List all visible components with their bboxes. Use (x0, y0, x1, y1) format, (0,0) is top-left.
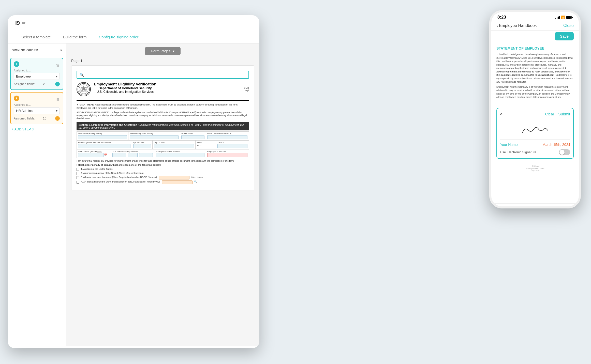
apt-input[interactable] (133, 144, 151, 148)
step-2-role-select[interactable]: HR Admins ▾ (14, 107, 60, 114)
form-title-wrapper: U.S. DEPT OF HOMELAND SECURITY Employmen… (77, 82, 249, 97)
step-2-fields-row: Assigned fields: 10 (14, 116, 60, 121)
main-content: Form Pages ▾ Page 1 🔍 (66, 43, 259, 346)
middle-initial-input[interactable] (181, 135, 204, 139)
e-sig-row: Use Electronic Signature (500, 149, 570, 155)
back-chevron-icon: ‹ (496, 23, 498, 28)
tab-build-form[interactable]: Build the form (57, 31, 93, 43)
city-input[interactable] (154, 144, 194, 148)
checkbox-4-box[interactable] (77, 181, 79, 184)
tablet: I9 ✏ Select a template Build the form Co… (8, 15, 259, 348)
dropdown-icon: ▾ (173, 49, 174, 53)
form-area: 🔍 U.S. DEPT OF HOMELAND S (71, 65, 254, 190)
address-input[interactable] (78, 144, 130, 148)
omb-info: OMB Expi (244, 87, 249, 92)
form-table-address: Address (Street Number and Name) Apt. Nu… (77, 140, 249, 149)
last-name-input[interactable] (78, 135, 127, 139)
apt-cell: Apt. Number (132, 140, 152, 149)
phone-body: STATEMENT OF EMPLOYEE This will acknowle… (491, 42, 579, 203)
step-1-assigned-label: Assigned to... (14, 69, 60, 72)
step-1-role-select[interactable]: Employee ▾ (14, 73, 60, 80)
checkbox-3: 3. A lawful permanent resident (Alien Re… (77, 176, 249, 179)
form-main-title: Employment Eligibility Verification (94, 82, 156, 86)
step-badge-2: 2 (14, 96, 19, 101)
svg-text:SECURITY: SECURITY (80, 90, 87, 92)
battery-icon (566, 16, 573, 19)
phone-time: 8:23 (497, 15, 506, 20)
step-1-dot (55, 82, 60, 86)
delete-step-2-icon[interactable]: 🗑 (56, 97, 60, 102)
checkbox-2-box[interactable] (77, 172, 79, 175)
edit-icon[interactable]: ✏ (22, 20, 26, 26)
dob-input-wrapper: 📅 (78, 153, 110, 157)
form-pages-button[interactable]: Form Pages ▾ (145, 47, 180, 55)
expiration-date-input[interactable] (162, 180, 193, 184)
refresh-button[interactable]: ↺ (530, 207, 540, 208)
other-last-input[interactable] (207, 135, 247, 139)
form-table-names: Last Name (Family Name) First Name (Give… (77, 131, 249, 140)
ssn-part3[interactable] (139, 153, 153, 157)
phone-input[interactable] (207, 153, 247, 157)
signature-close-icon[interactable]: × (500, 111, 503, 117)
alien-number-input[interactable] (159, 176, 189, 179)
email-input[interactable] (156, 153, 204, 157)
step-2-field-count: 10 (43, 117, 46, 120)
first-name-input[interactable] (130, 135, 179, 139)
last-name-cell: Last Name (Family Name) (77, 131, 128, 140)
tab-select-template[interactable]: Select a template (15, 31, 57, 43)
document-title: I9 (15, 20, 20, 26)
zoom-in-button[interactable]: + (505, 207, 514, 208)
collapse-icon[interactable]: ▾ (60, 49, 62, 52)
wifi-icon: 📶 (561, 16, 565, 19)
form-search-bar[interactable]: 🔍 (77, 71, 249, 79)
zip-input[interactable] (217, 144, 247, 148)
state-select-wrapper[interactable]: AK ▾ (197, 144, 215, 147)
statement-para2: Employment with the Company is at-will w… (496, 85, 574, 99)
save-button[interactable]: Save (555, 32, 574, 40)
statement-section: STATEMENT OF EMPLOYEE This will acknowle… (491, 42, 579, 105)
sig-clear-button[interactable]: Clear (545, 112, 554, 116)
ssn-input-wrapper: : : (112, 153, 153, 157)
step-2-assigned-label: Assigned to... (14, 103, 60, 106)
ssn-part2[interactable] (128, 153, 137, 157)
checkbox-1: 1. A citizen of the United States (77, 168, 249, 171)
alien-num-label: Alien Numb (191, 176, 203, 178)
checkbox-3-box[interactable] (77, 176, 79, 179)
ssn-part1[interactable] (112, 153, 126, 157)
calendar-icon[interactable]: 📅 (104, 154, 107, 156)
other-last-cell: Other Last Names Used (if (206, 131, 249, 140)
form-title-block: Employment Eligibility Verification Depa… (94, 82, 156, 94)
tablet-title: I9 ✏ (15, 20, 26, 26)
statement-title: STATEMENT OF EMPLOYEE (496, 46, 574, 50)
step-card-1: 1 🗑 Assigned to... Employee ▾ Assigned f… (10, 58, 63, 90)
form-table-dob: Date of Birth (mm/dd/yyyy) 📅 U.S. Social… (77, 149, 249, 158)
sig-area[interactable] (500, 119, 570, 140)
delete-step-1-icon[interactable]: 🗑 (56, 63, 60, 67)
chevron-down-icon: ▾ (56, 75, 57, 78)
toggle-knob (559, 150, 565, 155)
dob-cell: Date of Birth (mm/dd/yyyy) 📅 (77, 149, 111, 158)
city-cell: City or Town (152, 140, 195, 149)
close-button[interactable]: Close (563, 23, 574, 28)
signing-order-header: SIGNING ORDER ▾ (8, 49, 66, 56)
e-sig-toggle[interactable] (559, 149, 570, 155)
page-label: Page 1 (71, 59, 254, 63)
e-sig-label: Use Electronic Signature (500, 150, 536, 154)
add-step-button[interactable]: + ADD STEP 3 (12, 127, 62, 131)
first-name-cell: First Name (Given Name) (128, 131, 180, 140)
sig-submit-button[interactable]: Submit (558, 112, 570, 116)
start-here-text: ► START HERE: Read instructions carefull… (77, 103, 249, 110)
form-agency: U.S. Citizenship and Immigration Service… (94, 90, 156, 94)
back-button[interactable]: ‹ Employee Handbook (496, 23, 537, 28)
signal-bars-icon (555, 16, 560, 19)
step-1-fields-row: Assigned fields: 25 (14, 82, 60, 86)
dob-input[interactable] (78, 153, 104, 157)
checkbox-1-box[interactable] (77, 168, 79, 171)
sig-your-name: Your Name (500, 143, 518, 147)
zoom-out-button[interactable]: − (556, 207, 565, 208)
phone-status-bar: 8:23 📶 (491, 12, 579, 21)
state-cell: State AK ▾ (196, 140, 216, 149)
tab-configure-signing[interactable]: Configure signing order (93, 31, 144, 43)
checkbox-4: 4. An alien authorized to work until (ex… (77, 180, 249, 184)
black-bar (77, 100, 249, 101)
